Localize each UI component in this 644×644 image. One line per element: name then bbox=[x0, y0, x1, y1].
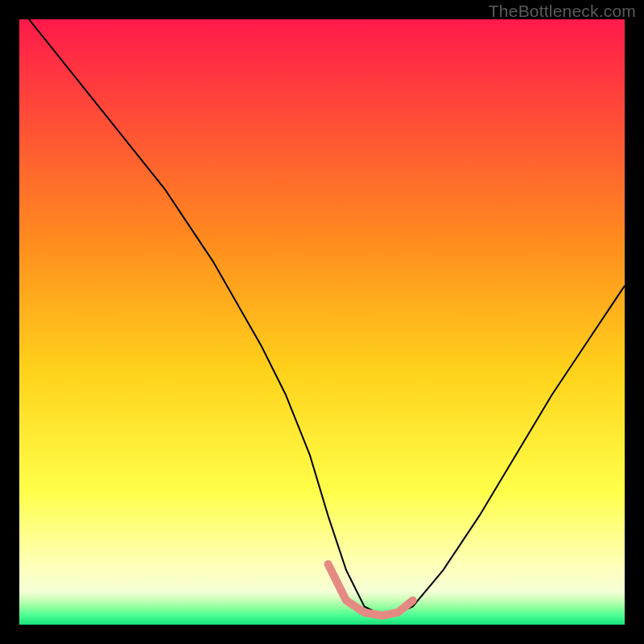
watermark-text: TheBottleneck.com bbox=[489, 2, 636, 21]
chart-frame: TheBottleneck.com bbox=[0, 0, 644, 644]
gradient-background bbox=[19, 19, 625, 625]
plot-area bbox=[19, 19, 625, 625]
bottleneck-chart bbox=[19, 19, 625, 625]
